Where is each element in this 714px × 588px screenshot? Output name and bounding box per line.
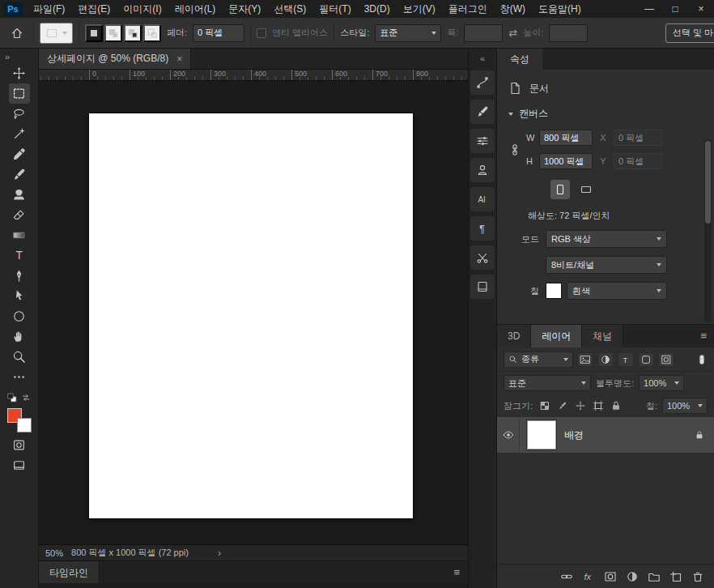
filter-shape-layers-button[interactable]: [638, 352, 654, 367]
timeline-menu-icon[interactable]: ≡: [453, 566, 460, 578]
shape-properties-panel-button[interactable]: [470, 70, 495, 95]
opacity-select[interactable]: 100%: [639, 375, 684, 391]
pen-tool-button[interactable]: [9, 266, 30, 286]
blend-mode-select[interactable]: 표준: [504, 375, 591, 391]
menu-file[interactable]: 파일(F): [27, 0, 71, 18]
fill-color-swatch[interactable]: [546, 283, 562, 299]
brush-settings-panel-button[interactable]: [470, 100, 495, 124]
fill-select[interactable]: 흰색: [567, 282, 667, 300]
eyedropper-tool-button[interactable]: [9, 144, 30, 164]
tab-channels[interactable]: 채널: [582, 325, 623, 347]
tab-layers[interactable]: 레이어: [531, 325, 582, 347]
width-input[interactable]: [464, 24, 503, 42]
menu-view[interactable]: 보기(V): [397, 0, 442, 18]
canvas-pasteboard[interactable]: [39, 81, 468, 544]
clone-stamp-tool-button[interactable]: [9, 185, 30, 205]
maximize-button[interactable]: □: [662, 0, 688, 18]
ellipse-shape-tool-button[interactable]: [9, 306, 30, 326]
lock-all-button[interactable]: [609, 398, 623, 413]
scrollbar-thumb[interactable]: [705, 141, 711, 224]
menu-plugins[interactable]: 플러그인: [442, 0, 494, 18]
height-input[interactable]: [549, 24, 588, 42]
delete-layer-button[interactable]: [691, 570, 704, 583]
layer-thumbnail[interactable]: [527, 420, 556, 450]
menu-help[interactable]: 도움말(H): [532, 0, 588, 18]
magic-wand-tool-button[interactable]: [9, 124, 30, 144]
timeline-tab[interactable]: 타임라인: [39, 561, 100, 584]
export-panel-button[interactable]: [470, 275, 495, 299]
menu-select[interactable]: 선택(S): [267, 0, 312, 18]
toolbar-expand-button[interactable]: »: [0, 49, 38, 63]
new-group-button[interactable]: [648, 570, 661, 583]
canvas-height-input[interactable]: 1000 픽셀: [539, 153, 593, 169]
layer-filter-type-select[interactable]: 종류: [504, 352, 573, 368]
canvas-page[interactable]: [89, 113, 413, 518]
layer-visibility-toggle[interactable]: [497, 417, 520, 453]
style-select[interactable]: 표준: [375, 24, 441, 42]
color-mode-select[interactable]: RGB 색상: [546, 230, 667, 248]
quick-mask-button[interactable]: [9, 435, 30, 455]
landscape-orientation-button[interactable]: [576, 180, 596, 199]
close-button[interactable]: ×: [688, 0, 714, 18]
swap-colors-icon[interactable]: [21, 393, 31, 403]
layer-row-background[interactable]: 배경: [497, 417, 714, 453]
canvas-y-input[interactable]: 0 픽셀: [614, 153, 662, 169]
character-panel-button[interactable]: AI: [470, 187, 495, 211]
new-layer-button[interactable]: [669, 570, 682, 583]
default-colors-icon[interactable]: [7, 393, 17, 403]
layer-style-button[interactable]: fx: [582, 570, 595, 583]
swap-dimensions-icon[interactable]: ⇄: [508, 27, 517, 39]
zoom-level[interactable]: 50%: [45, 548, 63, 558]
menu-layer[interactable]: 레이어(L): [168, 0, 223, 18]
home-button[interactable]: [6, 23, 28, 44]
move-tool-button[interactable]: [9, 63, 30, 83]
libraries-panel-button[interactable]: [470, 158, 495, 182]
menu-filter[interactable]: 필터(T): [312, 0, 357, 18]
hand-tool-button[interactable]: [9, 326, 30, 347]
zoom-tool-button[interactable]: [9, 347, 30, 367]
filter-type-layers-button[interactable]: T: [618, 352, 634, 367]
feather-input[interactable]: 0 픽셀: [193, 24, 244, 42]
layer-name[interactable]: 배경: [564, 428, 695, 442]
lock-position-button[interactable]: [573, 398, 588, 413]
tool-preset-button[interactable]: [40, 23, 73, 44]
antialias-checkbox[interactable]: [257, 28, 266, 38]
status-chevron-icon[interactable]: ›: [218, 548, 221, 559]
subtract-from-selection-button[interactable]: [124, 24, 142, 42]
tab-properties[interactable]: 속성: [497, 49, 542, 70]
brush-tool-button[interactable]: [9, 164, 30, 185]
menu-image[interactable]: 이미지(I): [117, 0, 168, 18]
tools-panel-button[interactable]: [470, 245, 495, 270]
eraser-tool-button[interactable]: [9, 205, 30, 225]
layer-filtering-toggle[interactable]: [696, 354, 708, 365]
canvas-section-header[interactable]: 캔버스: [508, 107, 703, 121]
new-selection-button[interactable]: [85, 24, 103, 42]
add-layer-mask-button[interactable]: [604, 570, 617, 583]
document-tab[interactable]: 상세페이지 @ 50% (RGB/8) ×: [39, 49, 191, 69]
lasso-tool-button[interactable]: [9, 104, 30, 124]
bit-depth-select[interactable]: 8비트/채널: [546, 256, 667, 274]
minimize-button[interactable]: —: [636, 0, 662, 18]
portrait-orientation-button[interactable]: [550, 180, 570, 199]
menu-type[interactable]: 문자(Y): [222, 0, 267, 18]
lock-transparency-button[interactable]: [538, 398, 552, 413]
tab-close-icon[interactable]: ×: [176, 53, 182, 65]
layers-panel-menu-icon[interactable]: ≡: [700, 325, 707, 347]
screen-mode-button[interactable]: [9, 455, 30, 475]
layer-lock-icon[interactable]: [695, 430, 704, 440]
menu-3d[interactable]: 3D(D): [358, 0, 397, 18]
layer-fill-select[interactable]: 100%: [662, 398, 708, 414]
filter-adjustment-layers-button[interactable]: [597, 352, 614, 367]
path-selection-tool-button[interactable]: [9, 286, 30, 306]
add-to-selection-button[interactable]: [104, 24, 122, 42]
filter-pixel-layers-button[interactable]: [577, 352, 593, 367]
canvas-x-input[interactable]: 0 픽셀: [614, 130, 662, 146]
rectangular-marquee-tool-button[interactable]: [9, 83, 30, 104]
more-tools-button[interactable]: [9, 367, 30, 387]
type-tool-button[interactable]: T: [9, 245, 30, 266]
background-color-swatch[interactable]: [17, 418, 32, 432]
intersect-selection-button[interactable]: [143, 24, 161, 42]
lock-artboard-button[interactable]: [591, 398, 606, 413]
filter-smart-objects-button[interactable]: [658, 352, 674, 367]
canvas-width-input[interactable]: 800 픽셀: [539, 130, 593, 146]
